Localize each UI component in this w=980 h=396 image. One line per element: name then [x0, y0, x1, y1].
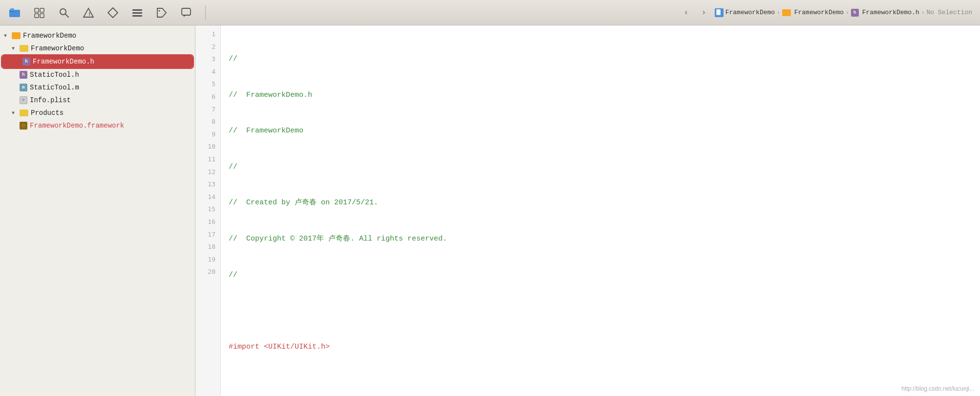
sidebar-item-root[interactable]: FrameworkDemo: [0, 29, 195, 42]
framework-icon: ⬡: [20, 122, 27, 130]
list-icon[interactable]: [130, 5, 145, 20]
line-num-18: 18: [195, 242, 220, 255]
code-line-7: //: [229, 269, 972, 282]
line-num-13: 13: [195, 179, 220, 192]
file-navigator: FrameworkDemo FrameworkDemo h FrameworkD…: [0, 25, 195, 396]
svg-point-16: [159, 10, 160, 11]
tag-icon[interactable]: [154, 5, 169, 20]
chat-icon[interactable]: [179, 5, 193, 20]
sidebar-label-infoplist: Info.plist: [30, 96, 71, 104]
svg-rect-17: [182, 8, 191, 15]
nav-forward-button[interactable]: ›: [697, 6, 711, 20]
folder-icon-framework-group: [20, 45, 28, 52]
breadcrumb-label-2: FrameworkDemo: [794, 9, 844, 16]
nav-back-button[interactable]: ‹: [680, 6, 693, 20]
sidebar-label-framework-fw: FrameworkDemo.framework: [30, 122, 124, 130]
code-line-3: // FrameworkDemo: [229, 125, 972, 137]
search-icon[interactable]: [57, 5, 71, 20]
breadcrumb-item-3[interactable]: h FrameworkDemo.h: [851, 9, 919, 17]
folder-icon[interactable]: [8, 5, 22, 20]
line-num-7: 7: [195, 105, 220, 117]
line-num-14: 14: [195, 192, 220, 205]
line-num-11: 11: [195, 154, 220, 167]
svg-rect-3: [35, 8, 39, 12]
code-content[interactable]: // // FrameworkDemo.h // FrameworkDemo /…: [221, 25, 980, 396]
watermark: http://blog.csdn.net/lucunji...: [901, 385, 974, 392]
sidebar-item-statictool-m[interactable]: m StaticTool.m: [0, 81, 195, 94]
breadcrumb-item-2[interactable]: FrameworkDemo: [782, 9, 844, 16]
sidebar-label-statictool-h: StaticTool.h: [30, 71, 79, 79]
code-line-10: [229, 376, 972, 389]
line-num-2: 2: [195, 42, 220, 55]
m-icon-statictool: m: [20, 84, 27, 91]
svg-rect-19: [716, 9, 721, 15]
svg-rect-12: [132, 9, 142, 11]
code-area: 1 2 3 4 5 6 7 8 9 10 11 12 13 14 15 16 1…: [195, 25, 980, 396]
svg-rect-4: [40, 8, 44, 12]
line-num-10: 10: [195, 142, 220, 154]
line-numbers: 1 2 3 4 5 6 7 8 9 10 11 12 13 14 15 16 1…: [195, 25, 221, 396]
breadcrumb-label-4: No Selection: [926, 9, 972, 16]
toggle-products[interactable]: [12, 110, 19, 116]
line-num-12: 12: [195, 167, 220, 180]
line-num-16: 16: [195, 217, 220, 230]
svg-text:!: !: [88, 11, 91, 17]
svg-rect-2: [10, 8, 14, 11]
line-num-6: 6: [195, 92, 220, 105]
h-icon-statictool: h: [20, 71, 27, 79]
breadcrumb-sep-2: ›: [846, 10, 849, 16]
line-num-8: 8: [195, 117, 220, 130]
toolbar: ! ‹ › FrameworkDemo › FrameworkDemo: [0, 0, 980, 25]
sidebar-item-frameworkdemo-h[interactable]: h FrameworkDemo.h: [2, 55, 193, 68]
svg-rect-5: [35, 14, 39, 18]
sidebar-item-statictool-h[interactable]: h StaticTool.h: [0, 68, 195, 81]
breadcrumb: FrameworkDemo › FrameworkDemo › h Framew…: [715, 8, 972, 17]
breadcrumb-doc-icon: [715, 8, 724, 17]
folder-icon-root: [12, 32, 21, 39]
line-num-15: 15: [195, 204, 220, 217]
code-line-1: //: [229, 53, 972, 66]
line-num-20: 20: [195, 267, 220, 280]
breadcrumb-item-4[interactable]: No Selection: [926, 9, 972, 16]
sidebar-item-framework-group[interactable]: FrameworkDemo: [0, 42, 195, 55]
warning-icon[interactable]: !: [81, 5, 96, 20]
sidebar-label-products: Products: [31, 109, 64, 117]
code-line-6: // Copyright © 2017年 卢奇春. All rights res…: [229, 233, 972, 245]
plist-icon: P: [20, 96, 27, 104]
line-num-4: 4: [195, 67, 220, 80]
breadcrumb-label-3: FrameworkDemo.h: [862, 9, 919, 16]
code-line-2: // FrameworkDemo.h: [229, 89, 972, 102]
grid-icon[interactable]: [32, 5, 47, 20]
svg-line-8: [65, 14, 69, 17]
sidebar-label-root: FrameworkDemo: [23, 32, 76, 40]
code-line-9: #import <UIKit/UIKit.h>: [229, 341, 972, 353]
nav-breadcrumb-area: ‹ › FrameworkDemo › FrameworkDemo › h Fr…: [680, 6, 972, 20]
sidebar-label-framework-group: FrameworkDemo: [31, 44, 84, 52]
code-line-5: // Created by 卢奇春 on 2017/5/21.: [229, 197, 972, 209]
breadcrumb-folder-icon: [782, 9, 791, 16]
line-num-5: 5: [195, 79, 220, 92]
h-icon-frameworkdemo: h: [22, 58, 30, 66]
breadcrumb-sep-3: ›: [921, 10, 925, 16]
sidebar-item-infoplist[interactable]: P Info.plist: [0, 94, 195, 107]
sidebar-label-frameworkdemo-h: FrameworkDemo.h: [33, 58, 94, 66]
code-line-8: [229, 305, 972, 317]
svg-marker-15: [157, 8, 166, 17]
line-num-3: 3: [195, 54, 220, 67]
toggle-framework-group[interactable]: [12, 46, 19, 51]
sidebar-item-products[interactable]: Products: [0, 107, 195, 119]
breadcrumb-item-1[interactable]: FrameworkDemo: [715, 8, 775, 17]
svg-marker-11: [108, 8, 118, 18]
sidebar-label-statictool-m: StaticTool.m: [30, 84, 79, 91]
breadcrumb-h-icon: h: [851, 9, 859, 17]
line-num-19: 19: [195, 255, 220, 267]
code-line-4: //: [229, 161, 972, 174]
sidebar-item-framework-fw[interactable]: ⬡ FrameworkDemo.framework: [0, 119, 195, 132]
code-editor: 1 2 3 4 5 6 7 8 9 10 11 12 13 14 15 16 1…: [195, 25, 980, 396]
line-num-9: 9: [195, 130, 220, 142]
toggle-root[interactable]: [4, 33, 11, 39]
toolbar-separator: [205, 5, 206, 20]
diamond-icon[interactable]: [106, 5, 120, 20]
main-area: FrameworkDemo FrameworkDemo h FrameworkD…: [0, 25, 980, 396]
svg-rect-13: [132, 12, 142, 14]
